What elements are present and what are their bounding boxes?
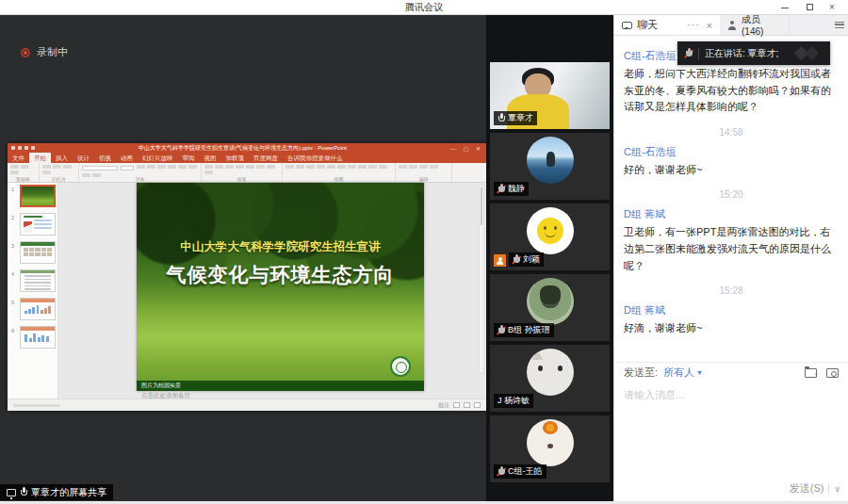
- ppt-tab-幻灯片放映[interactable]: 幻灯片放映: [138, 153, 178, 163]
- speaking-toast: 正在讲话: 覃章才;: [677, 41, 830, 65]
- close-button[interactable]: ×: [822, 2, 842, 13]
- slide-thumbnail-2[interactable]: [20, 213, 56, 236]
- message-sender[interactable]: D组 蒋斌: [624, 207, 839, 221]
- folder-icon: [805, 368, 817, 378]
- video-tile-魏静[interactable]: 魏静: [490, 133, 610, 200]
- slide-thumbnail-4[interactable]: [20, 269, 56, 292]
- ppt-ribbon-group-编辑: 编辑: [396, 163, 452, 182]
- ppt-tab-开始[interactable]: 开始: [29, 153, 51, 163]
- message-text: 老师，想问下大西洋经向翻转环流对我国或者东亚的冬、夏季风有较大的影响吗？如果有的…: [624, 66, 839, 116]
- ppt-tab-百度网盘[interactable]: 百度网盘: [249, 153, 283, 163]
- mic-on-icon: [497, 113, 505, 123]
- chat-message-input[interactable]: [614, 382, 848, 477]
- message-timestamp: 14:58: [614, 127, 848, 138]
- video-tile-J 杨诗敏[interactable]: J 杨诗敏: [490, 345, 610, 412]
- chat-messages: C组-石浩垣老师，想问下大西洋经向翻转环流对我国或者东亚的冬、夏季风有较大的影响…: [614, 36, 848, 362]
- thumbnail-number: 2: [11, 215, 14, 220]
- ppt-ribbon-group-剪贴板: 剪贴板: [8, 163, 40, 182]
- ppt-tab-审阅[interactable]: 审阅: [178, 153, 200, 163]
- message-timestamp: 15:20: [614, 189, 848, 200]
- ppt-tab-插入[interactable]: 插入: [51, 153, 73, 163]
- ppt-ribbon-group-字体: 字体: [79, 163, 202, 182]
- participant-video-list: 覃章才魏静刘颖B组 孙振瑨J 杨诗敏C组-王皓: [486, 15, 613, 501]
- ppt-view-slideshow-icon[interactable]: [474, 402, 481, 408]
- message-sender[interactable]: D组 蒋斌: [624, 303, 839, 317]
- slide-thumbnail-5[interactable]: [20, 298, 56, 320]
- chat-message: D组 蒋斌卫老师，有一张PPT是两张雷达图的对比，右边第二张图未能激发强对流天气…: [624, 207, 839, 274]
- avatar: [527, 349, 574, 396]
- ppt-window-controls[interactable]: — ▢ ✕: [450, 145, 483, 152]
- participant-name-tag: 覃章才: [494, 111, 537, 125]
- meeting-logo-icon: [794, 46, 823, 61]
- ppt-editor-scrollbar[interactable]: [479, 185, 484, 373]
- screen-share-area: 录制中 中山大学大气科学学院研究生招生宣讲(气候变化与环境生态方向).pptx …: [0, 15, 486, 501]
- minimize-button[interactable]: [775, 2, 795, 13]
- ppt-ribbon-group-段落: 段落: [202, 163, 283, 182]
- ppt-tab-文件[interactable]: 文件: [8, 153, 29, 163]
- tab-members[interactable]: 成员(146): [720, 15, 790, 35]
- speaking-label: 正在讲话: 覃章才;: [705, 47, 778, 60]
- participant-name-tag: C组-王皓: [494, 464, 546, 479]
- slide-thumbnail-6[interactable]: [20, 326, 56, 349]
- thumbnail-number: 1: [11, 187, 14, 192]
- chat-panel: 聊天 ··· × 成员(146) 正在讲话: 覃章才; C组-石浩垣老师，想问下…: [613, 15, 848, 501]
- mic-muted-icon: [685, 48, 693, 58]
- ppt-quick-access-toolbar[interactable]: [11, 146, 35, 150]
- recording-indicator: 录制中: [21, 45, 68, 59]
- ppt-editor-area: 中山大学大气科学学院研究生招生宣讲 气候变化与环境生态方向 图片为校园实景 点击…: [58, 183, 486, 398]
- ppt-tab-告诉我你想要做什么[interactable]: 告诉我你想要做什么: [283, 153, 348, 163]
- thumbnail-number: 5: [11, 300, 14, 305]
- screenshot-button[interactable]: [826, 368, 839, 378]
- participant-name-tag: 刘颖: [509, 252, 544, 267]
- tab-chat[interactable]: 聊天 ··· ×: [614, 15, 720, 35]
- ppt-tab-加载项[interactable]: 加载项: [221, 153, 250, 163]
- ppt-tab-设计[interactable]: 设计: [73, 153, 94, 163]
- powerpoint-window: 中山大学大气科学学院研究生招生宣讲(气候变化与环境生态方向).pptx - Po…: [8, 143, 486, 411]
- participant-name-tag: B组 孙振瑨: [494, 323, 554, 337]
- ppt-status-bar: 批注: [8, 398, 486, 411]
- video-tile-B组 孙振瑨[interactable]: B组 孙振瑨: [490, 274, 610, 341]
- mic-muted-icon: [497, 325, 505, 335]
- ppt-status-left-text: [13, 404, 60, 407]
- send-to-dropdown[interactable]: 所有人▼: [663, 366, 703, 380]
- message-text: 好滴，谢谢老师~: [624, 320, 839, 337]
- ppt-tab-切换[interactable]: 切换: [94, 153, 116, 163]
- video-tile-C组-王皓[interactable]: C组-王皓: [490, 415, 610, 482]
- send-file-button[interactable]: ⌄: [805, 368, 819, 378]
- ppt-tab-动画[interactable]: 动画: [116, 153, 138, 163]
- window-title: 腾讯会议: [0, 1, 848, 14]
- ppt-comments-button[interactable]: 批注: [438, 401, 449, 410]
- members-icon: [727, 21, 737, 30]
- chat-tab-more-button[interactable]: ···: [688, 20, 700, 30]
- avatar: [527, 137, 574, 184]
- video-tile-刘颖[interactable]: 刘颖: [490, 203, 610, 270]
- ppt-window-title: 中山大学大气科学学院研究生招生宣讲(气候变化与环境生态方向).pptx - Po…: [35, 143, 450, 153]
- app-titlebar: 腾讯会议 ×: [0, 0, 848, 15]
- ppt-view-sorter-icon[interactable]: [464, 402, 470, 408]
- ppt-ribbon-tabs: 文件开始插入设计切换动画幻灯片放映审阅视图加载项百度网盘告诉我你想要做什么: [8, 153, 486, 163]
- avatar: [527, 278, 574, 325]
- ppt-tab-视图[interactable]: 视图: [200, 153, 221, 163]
- mic-muted-icon: [497, 184, 505, 194]
- slide-thumbnail-3[interactable]: [20, 241, 56, 264]
- mic-muted-icon: [497, 466, 505, 477]
- message-text: 卫老师，有一张PPT是两张雷达图的对比，右边第二张图未能激发强对流天气的原因是什…: [624, 224, 839, 274]
- slide-thumbnail-1[interactable]: [20, 185, 56, 207]
- ppt-current-slide[interactable]: 中山大学大气科学学院研究生招生宣讲 气候变化与环境生态方向 图片为校园实景: [137, 183, 424, 391]
- message-sender[interactable]: C组-石浩垣: [624, 145, 839, 159]
- host-badge-icon: [494, 254, 506, 267]
- ppt-ribbon-group-幻灯片: 幻灯片: [40, 163, 79, 182]
- maximize-button[interactable]: [799, 2, 820, 13]
- ppt-view-normal-icon[interactable]: [453, 402, 460, 408]
- avatar: [527, 419, 574, 466]
- send-button[interactable]: 发送(S): [790, 481, 824, 496]
- thumbnail-number: 6: [11, 328, 14, 333]
- panel-menu-button[interactable]: [831, 15, 848, 35]
- mic-on-icon: [20, 487, 27, 497]
- video-tile-覃章才[interactable]: 覃章才: [490, 62, 610, 129]
- send-to-row: 发送至: 所有人▼ ⌄: [614, 362, 848, 382]
- ppt-slide-thumbnails-panel: 123456: [8, 183, 58, 398]
- participant-name-tag: 魏静: [494, 182, 529, 196]
- chat-tab-close-button[interactable]: ×: [707, 20, 712, 31]
- send-options-chevron-icon[interactable]: ∨: [834, 484, 840, 494]
